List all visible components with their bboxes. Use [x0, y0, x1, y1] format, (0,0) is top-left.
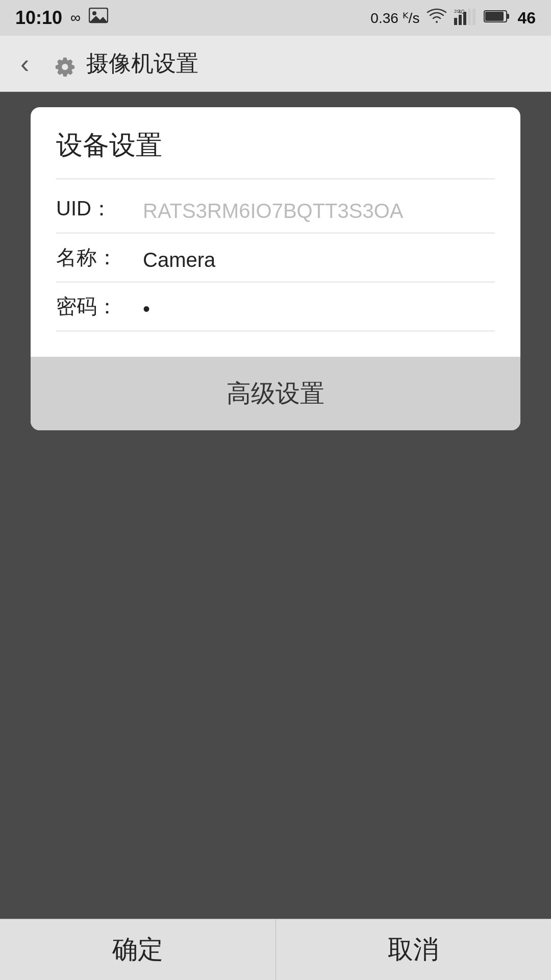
- status-bar: 10:10 ∞ 0.36 ᴷ/s: [0, 0, 551, 36]
- svg-rect-11: [507, 14, 509, 19]
- svg-text:2G: 2G: [454, 9, 460, 14]
- wifi-icon: [427, 8, 447, 29]
- svg-rect-7: [472, 9, 475, 25]
- uid-input[interactable]: [138, 194, 495, 228]
- image-icon: [89, 8, 108, 29]
- svg-rect-3: [454, 18, 457, 25]
- bottom-bar: 确定 取消: [0, 919, 551, 980]
- confirm-button[interactable]: 确定: [0, 919, 276, 980]
- uid-row: UID：: [56, 194, 495, 233]
- name-input[interactable]: [138, 243, 495, 277]
- name-label: 名称：: [56, 243, 138, 277]
- signal-icon: 4G 2G: [454, 8, 477, 29]
- infinity-icon: ∞: [70, 10, 81, 26]
- uid-label: UID：: [56, 194, 138, 228]
- svg-marker-2: [89, 16, 108, 22]
- settings-card: 设备设置 UID： 名称： 密码： 高级设置: [31, 107, 520, 430]
- card-divider: [56, 179, 495, 179]
- status-right: 0.36 ᴷ/s 4G 2G: [370, 8, 536, 29]
- password-row: 密码：: [56, 292, 495, 331]
- password-label: 密码：: [56, 292, 138, 326]
- advanced-settings-button[interactable]: 高级设置: [31, 357, 520, 430]
- password-input[interactable]: [138, 292, 495, 326]
- name-row: 名称：: [56, 243, 495, 282]
- speed-indicator: 0.36 ᴷ/s: [370, 10, 419, 27]
- status-left: 10:10 ∞: [15, 7, 108, 29]
- page-title: 摄像机设置: [86, 48, 198, 79]
- cancel-button[interactable]: 取消: [276, 919, 552, 980]
- status-time: 10:10: [15, 7, 62, 29]
- svg-rect-6: [468, 9, 471, 25]
- app-bar-title-container: 摄像机设置: [49, 48, 198, 79]
- back-button[interactable]: ‹: [20, 43, 39, 84]
- main-content: 设备设置 UID： 名称： 密码： 高级设置: [0, 92, 551, 919]
- svg-point-1: [92, 11, 96, 15]
- battery-icon: [484, 9, 510, 27]
- battery-level: 46: [517, 9, 536, 28]
- card-title: 设备设置: [56, 128, 495, 163]
- gear-icon: [49, 50, 78, 78]
- svg-rect-4: [459, 15, 462, 25]
- svg-rect-12: [485, 12, 504, 21]
- app-bar: ‹ 摄像机设置: [0, 36, 551, 92]
